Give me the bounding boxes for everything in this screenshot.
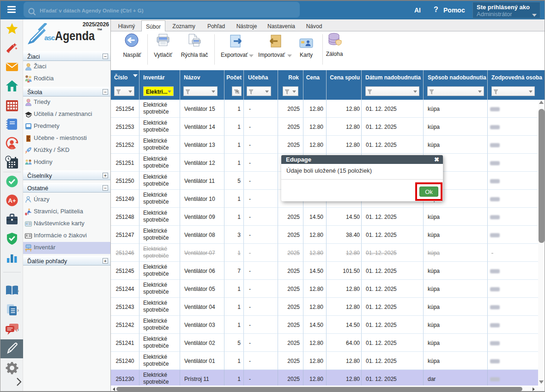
svg-text:asc: asc (44, 34, 55, 42)
svg-text:Agenda: Agenda (55, 29, 95, 43)
svg-text:A+: A+ (8, 197, 16, 204)
svg-text:™: ™ (97, 27, 103, 34)
